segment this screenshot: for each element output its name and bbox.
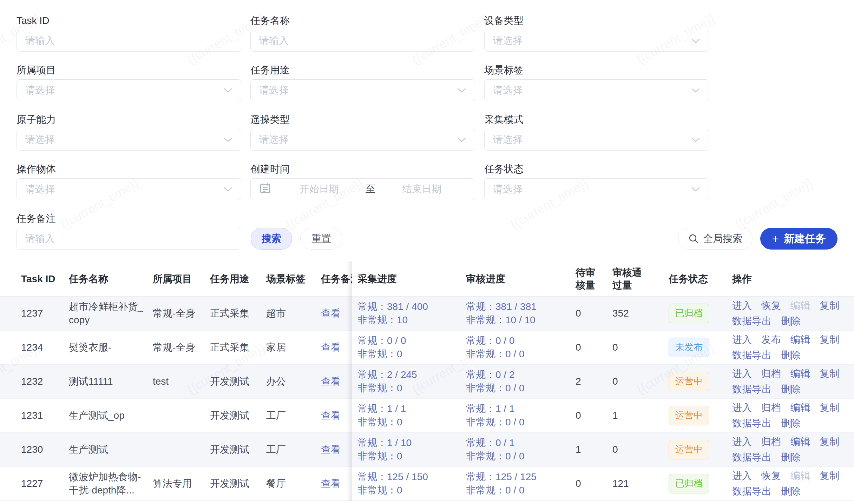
progress-line: 非常规：0 / 0 [466, 484, 569, 497]
column-header: 所属项目 [153, 273, 210, 285]
cell-collect-progress: 常规：0 / 0非常规：0 [357, 334, 466, 361]
action-link[interactable]: 进入 [732, 435, 752, 449]
global-search-button[interactable]: 全局搜索 [678, 228, 753, 250]
action-link[interactable]: 删除 [781, 349, 801, 362]
cell-project: 算法专用 [153, 477, 210, 490]
filter-input-wrap [250, 30, 475, 52]
column-header: 待审核量 [576, 266, 612, 292]
action-link[interactable]: 恢复 [761, 299, 781, 312]
cell-collect-progress: 常规：381 / 400非常规：10 [357, 300, 466, 327]
action-link[interactable]: 发布 [761, 333, 781, 346]
table-row-right: 常规：381 / 400非常规：10常规：381 / 381非常规：10 / 1… [352, 297, 854, 331]
progress-line: 常规：1 / 1 [357, 402, 459, 416]
cell-approved-count: 0 [612, 341, 669, 354]
view-remark-link[interactable]: 查看 [321, 444, 341, 455]
action-link[interactable]: 进入 [732, 367, 752, 380]
filter-panel: Task ID任务名称设备类型请选择所属项目请选择任务用途请选择场景标签请选择原… [0, 0, 854, 250]
action-link[interactable]: 编辑 [790, 367, 810, 380]
filter-select[interactable]: 请选择 [484, 129, 709, 151]
cell-remark: 查看 [321, 307, 352, 320]
column-header-text: 待审核量 [576, 266, 597, 292]
action-link[interactable]: 复制 [820, 333, 839, 346]
view-remark-link[interactable]: 查看 [321, 410, 341, 421]
action-link[interactable]: 删除 [781, 314, 801, 328]
view-remark-link[interactable]: 查看 [321, 478, 341, 489]
search-button[interactable]: 搜索 [251, 228, 292, 250]
filter-select[interactable]: 请选择 [17, 79, 241, 101]
cell-scene: 餐厅 [266, 477, 321, 490]
filter-item-4: 任务用途请选择 [250, 64, 475, 101]
action-link[interactable]: 删除 [781, 451, 801, 464]
action-link[interactable]: 数据导出 [732, 417, 771, 430]
action-link[interactable]: 删除 [781, 485, 801, 498]
table-row-right: 常规：0 / 0非常规：0常规：0 / 0非常规：0 / 000未发布进入发布编… [352, 331, 854, 365]
reset-button[interactable]: 重置 [300, 228, 342, 250]
calendar-icon [259, 182, 271, 197]
create-task-button[interactable]: + 新建任务 [760, 228, 837, 250]
cell-review-progress: 常规：0 / 1非常规：0 / 0 [466, 436, 576, 463]
action-link[interactable]: 编辑 [790, 333, 810, 346]
filter-select[interactable]: 请选择 [484, 79, 709, 101]
action-link[interactable]: 归档 [761, 367, 781, 380]
action-link[interactable]: 编辑 [790, 435, 810, 449]
action-link[interactable]: 数据导出 [732, 383, 771, 396]
filter-input[interactable] [25, 31, 232, 51]
action-link[interactable]: 复制 [820, 367, 839, 380]
progress-line: 非常规：10 [357, 313, 459, 327]
action-link[interactable]: 复制 [820, 469, 839, 483]
action-link[interactable]: 数据导出 [732, 485, 771, 498]
global-search-label: 全局搜索 [703, 232, 742, 245]
action-link[interactable]: 进入 [732, 401, 752, 415]
status-badge: 未发布 [669, 338, 709, 357]
action-link[interactable]: 恢复 [761, 469, 781, 483]
action-link[interactable]: 复制 [820, 299, 839, 312]
action-link[interactable]: 进入 [732, 469, 752, 483]
action-link[interactable]: 进入 [732, 299, 752, 312]
table-row-left: 1234熨烫衣服-常规-全身正式采集家居查看 [0, 331, 352, 365]
cell-task-id: 1232 [21, 375, 69, 388]
filter-select[interactable]: 请选择 [250, 129, 475, 151]
date-range-picker[interactable]: 开始日期至结束日期 [250, 178, 475, 200]
action-link[interactable]: 数据导出 [732, 451, 771, 464]
action-link[interactable]: 数据导出 [732, 349, 771, 362]
filter-item-2: 设备类型请选择 [484, 15, 709, 52]
action-link[interactable]: 归档 [761, 401, 781, 415]
cell-approved-count: 0 [612, 375, 669, 388]
plus-icon: + [772, 233, 779, 245]
view-remark-link[interactable]: 查看 [321, 376, 341, 387]
column-header: Task ID [21, 273, 69, 285]
select-placeholder: 请选择 [259, 133, 289, 146]
cell-task-id: 1227 [21, 477, 69, 490]
action-link[interactable]: 复制 [820, 435, 839, 449]
filter-select[interactable]: 请选择 [17, 178, 241, 200]
filter-select[interactable]: 请选择 [484, 30, 709, 52]
filter-select[interactable]: 请选择 [484, 178, 709, 200]
cell-scene: 超市 [266, 307, 321, 320]
cell-purpose: 开发测试 [210, 477, 266, 490]
task-remark-input[interactable] [25, 228, 232, 249]
cell-review-progress: 常规：381 / 381非常规：10 / 10 [466, 300, 576, 327]
progress-line: 非常规：0 [357, 416, 459, 429]
action-link[interactable]: 删除 [781, 417, 801, 430]
action-link[interactable]: 编辑 [790, 401, 810, 415]
action-link[interactable]: 复制 [820, 401, 839, 415]
cell-approved-count: 0 [612, 443, 669, 456]
action-link[interactable]: 进入 [732, 333, 752, 346]
table-header-right: 采集进度审核进度待审核量审核通过量任务状态操作 [352, 261, 854, 297]
filter-input[interactable] [259, 31, 466, 51]
column-header: 任务备注 [321, 273, 352, 285]
action-link[interactable]: 归档 [761, 435, 781, 449]
select-placeholder: 请选择 [25, 84, 55, 97]
view-remark-link[interactable]: 查看 [321, 342, 341, 353]
table-scroll-right[interactable]: 采集进度审核进度待审核量审核通过量任务状态操作 常规：381 / 400非常规：… [352, 261, 854, 501]
action-link[interactable]: 删除 [781, 383, 801, 396]
filter-select[interactable]: 请选择 [17, 129, 241, 151]
cell-pending-count: 2 [576, 375, 612, 388]
date-end-placeholder: 结束日期 [377, 183, 466, 196]
action-link[interactable]: 数据导出 [732, 314, 771, 328]
cell-actions: 进入发布编辑复制数据导出删除 [732, 333, 854, 362]
filter-select[interactable]: 请选择 [250, 79, 475, 101]
view-remark-link[interactable]: 查看 [321, 308, 341, 319]
create-task-label: 新建任务 [784, 232, 826, 246]
column-header-text: 审核通过量 [612, 266, 643, 292]
